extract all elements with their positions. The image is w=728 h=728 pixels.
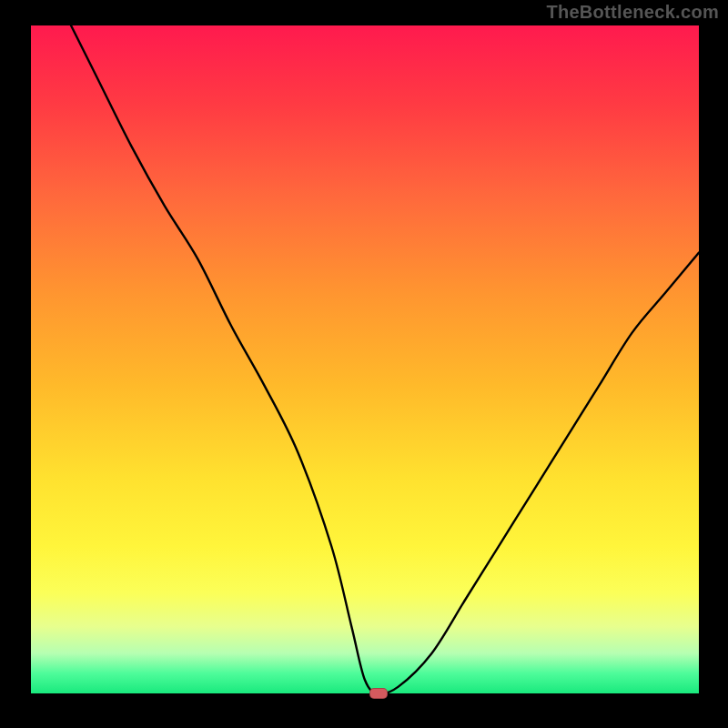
optimal-point-marker [369, 688, 388, 699]
plot-area [31, 25, 699, 693]
watermark-text: TheBottleneck.com [546, 2, 719, 23]
chart-stage: TheBottleneck.com [0, 0, 728, 728]
bottleneck-curve [31, 25, 699, 693]
